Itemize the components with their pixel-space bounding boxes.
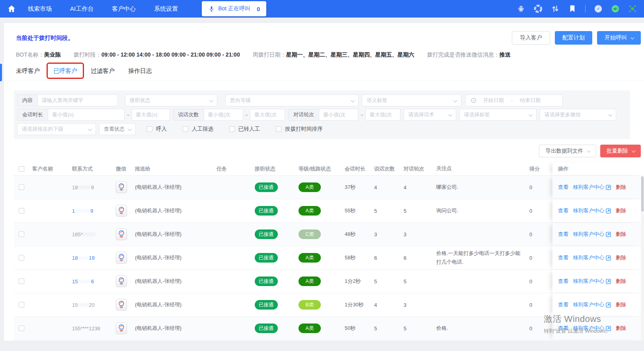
move-to-customer-center-link[interactable]: 移到客户中心: [573, 325, 611, 332]
compass-icon[interactable]: [594, 4, 603, 13]
wechat-icon[interactable]: [116, 205, 127, 217]
wechat-icon[interactable]: [116, 322, 127, 334]
phone-cell[interactable]: 15••••••6: [68, 278, 112, 284]
view-link[interactable]: 查看: [558, 231, 568, 238]
table-scrollbar[interactable]: [641, 176, 644, 341]
move-to-customer-center-link[interactable]: 移到客户中心: [573, 231, 611, 238]
tag-select[interactable]: 请选择标签: [459, 109, 537, 121]
push-subordinate-select[interactable]: 请选择推送的下级: [17, 123, 96, 135]
phone-cell[interactable]: 155****1238: [68, 326, 112, 331]
view-link[interactable]: 查看: [558, 301, 568, 308]
view-link[interactable]: 查看: [558, 325, 568, 332]
checkbox-icon[interactable]: [276, 126, 281, 132]
delete-link[interactable]: 删除: [616, 207, 626, 214]
bot-calling-button[interactable]: Bot 正在呼叫 0: [202, 1, 266, 16]
talk-count-group: 说话次数 最小值(次: [173, 109, 243, 121]
sort-arrows-icon[interactable]: [551, 4, 560, 13]
rounds-min-input[interactable]: 最小值(次: [319, 109, 358, 120]
view-link[interactable]: 查看: [558, 278, 568, 285]
fullscreen-icon[interactable]: [628, 4, 637, 13]
delete-link[interactable]: 删除: [616, 184, 626, 191]
phone-cell[interactable]: 15•••••20: [68, 302, 112, 308]
delete-link[interactable]: 删除: [616, 231, 626, 238]
android-icon[interactable]: [517, 4, 525, 13]
checkbox-manual-screen[interactable]: 人工筛选: [183, 125, 213, 133]
semantic-tag-select[interactable]: 语义标签: [362, 94, 461, 106]
row-checkbox[interactable]: [19, 326, 24, 331]
row-checkbox[interactable]: [19, 208, 24, 214]
megaphone-icon[interactable]: [611, 4, 620, 13]
session-min-input[interactable]: 最小值(s): [48, 109, 124, 120]
listen-status-select[interactable]: 接听状态: [125, 94, 217, 106]
rounds-max-input[interactable]: 最大值(次: [365, 109, 400, 121]
row-checkbox[interactable]: [19, 302, 24, 308]
batch-delete-button[interactable]: 批量删除: [600, 145, 641, 157]
select-all-checkbox[interactable]: [19, 166, 24, 172]
wechat-icon[interactable]: [116, 299, 127, 311]
talk-min-input[interactable]: 最小值(次: [204, 109, 243, 120]
checkbox-icon[interactable]: [229, 126, 235, 132]
intent-level-select[interactable]: 意向等级: [225, 94, 359, 106]
checkbox-sort-by-dial-time[interactable]: 按拨打时间排序: [276, 125, 323, 133]
home-icon[interactable]: [7, 4, 16, 13]
move-to-customer-center-link[interactable]: 移到客户中心: [573, 301, 611, 308]
tab-called-customers[interactable]: 已呼客户: [53, 67, 77, 75]
move-to-customer-center-link[interactable]: 移到客户中心: [573, 184, 611, 191]
checkbox-inbound[interactable]: 呼入: [147, 125, 167, 133]
scrollbar-thumb[interactable]: [641, 176, 644, 212]
bookmark-icon[interactable]: [568, 4, 577, 13]
checkbox-transferred[interactable]: 已转人工: [229, 125, 260, 133]
phone-cell[interactable]: 18••••••9: [68, 184, 112, 190]
nav-item-lead-market[interactable]: 线索市场: [28, 5, 52, 13]
row-checkbox[interactable]: [19, 255, 24, 261]
wechat-icon[interactable]: [116, 228, 127, 240]
delete-link[interactable]: 删除: [616, 301, 626, 308]
view-link[interactable]: 查看: [558, 184, 568, 191]
row-checkbox[interactable]: [19, 278, 24, 284]
script-select[interactable]: 请选择话术: [404, 109, 456, 121]
end-date-field[interactable]: 结束日期: [520, 97, 541, 104]
delete-link[interactable]: 删除: [616, 254, 626, 261]
checkbox-icon[interactable]: [147, 126, 152, 132]
grade-badge: C类: [299, 229, 321, 239]
phone-cell[interactable]: 1•••••••9: [68, 208, 112, 214]
phone-cell[interactable]: 185*••••••: [68, 231, 112, 237]
checkbox-icon[interactable]: [183, 126, 188, 132]
move-to-customer-center-link[interactable]: 移到客户中心: [573, 254, 611, 261]
phone-cell[interactable]: 18•••••19: [68, 255, 112, 261]
wechat-icon[interactable]: [116, 181, 127, 193]
start-call-button[interactable]: 开始呼叫: [597, 31, 641, 45]
more-wechat-select[interactable]: 请选择更多微信: [540, 109, 616, 121]
date-range-picker[interactable]: 开始日期 - 结束日期: [465, 94, 563, 106]
view-link[interactable]: 查看: [558, 207, 568, 214]
import-customers-button[interactable]: 导入客户: [512, 31, 550, 45]
tab-uncalled-customers[interactable]: 未呼客户: [16, 67, 40, 75]
view-status-select[interactable]: 查看状态: [99, 123, 136, 135]
tab-operation-log[interactable]: 操作日志: [128, 67, 152, 75]
move-to-customer-center-link[interactable]: 移到客户中心: [573, 207, 611, 214]
wechat-icon[interactable]: [116, 252, 127, 264]
content-search-input[interactable]: 请输入查询关键字: [38, 95, 117, 106]
sidebar-edge-tag[interactable]: [0, 64, 2, 81]
nav-item-ai-workbench[interactable]: AI工作台: [70, 5, 94, 13]
view-link[interactable]: 查看: [558, 254, 568, 261]
nav-item-customer-center[interactable]: 客户中心: [112, 5, 136, 13]
delete-link[interactable]: 删除: [616, 278, 626, 285]
nav-item-system-settings[interactable]: 系统设置: [154, 5, 178, 13]
focus-cell: 价格.一天能打多少电话一天打多少能打几个电话.: [429, 249, 524, 267]
move-icon: [606, 255, 611, 261]
pushed-to-cell: (电销机器人-张经理): [131, 254, 213, 261]
col-actions: 操作: [552, 162, 641, 175]
export-data-button[interactable]: 导出数据到文件: [539, 145, 597, 157]
talk-max-input[interactable]: 最大值(次: [250, 109, 285, 121]
delete-link[interactable]: 删除: [616, 325, 626, 332]
session-max-input[interactable]: 最大值(s): [132, 109, 170, 121]
tab-filtered-customers[interactable]: 过滤客户: [91, 67, 115, 75]
move-to-customer-center-link[interactable]: 移到客户中心: [573, 278, 611, 285]
configure-plan-button[interactable]: 配置计划: [555, 31, 592, 45]
row-checkbox[interactable]: [19, 231, 24, 237]
row-checkbox[interactable]: [19, 184, 24, 190]
wechat-icon[interactable]: [116, 275, 127, 287]
shutter-icon[interactable]: [534, 4, 543, 13]
start-date-field[interactable]: 开始日期: [483, 97, 504, 104]
